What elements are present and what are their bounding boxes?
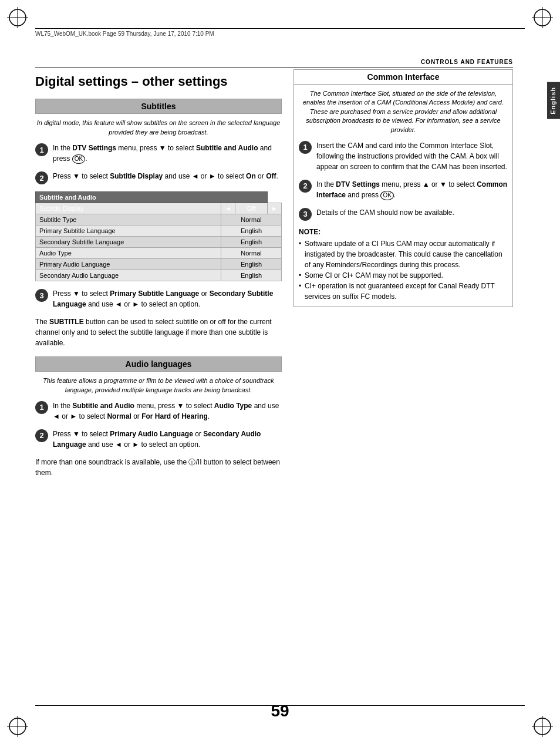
file-info-text: WL75_WebOM_UK.book Page 59 Thursday, Jun… [35,31,214,37]
audio-step-1: 1 In the Subtitle and Audio menu, press … [35,400,282,422]
audio-languages-note: This feature allows a programme or film … [35,376,282,395]
ci-step-2-num: 2 [299,180,312,193]
step-3-num: 3 [35,289,48,302]
ci-step-3: 3 Details of the CAM should now be avail… [299,207,508,221]
subtitle-audio-table: Subtitle and Audio Subtitle Display ◄ Of… [35,191,282,281]
audio-step-2-num: 2 [35,429,48,442]
table-row-secondary-sub-lang: Secondary Subtitle Language English [36,237,282,248]
subtitles-step-1: 1 In the DTV Settings menu, press ▼ to s… [35,143,282,164]
ci-body: The Common Interface Slot, situated on t… [294,85,512,307]
row-label: Primary Subtitle Language [36,225,221,237]
table-row-subtitle-display: Subtitle Display ◄ Off ► [36,203,282,214]
step-1-num: 1 [35,143,48,156]
row-value: English [221,259,282,270]
subtitles-section: Subtitles In digital mode, this feature … [35,99,282,348]
note-item-2: Some CI or CI+ CAM may not be supported. [299,270,508,281]
table-row-secondary-audio-lang: Secondary Audio Language English [36,270,282,281]
row-arrow-right: ► [268,203,282,214]
note-label: NOTE: [299,228,508,236]
language-tab-text: English [549,87,556,115]
controls-features-label: CONTROLS AND FEATURES [421,59,513,65]
note-list: Software update of a CI Plus CAM may occ… [299,238,508,302]
audio-step-1-text: In the Subtitle and Audio menu, press ▼ … [53,400,282,422]
row-value: Off [235,203,267,214]
audio-step-2-text: Press ▼ to select Primary Audio Language… [53,429,282,450]
page-container: WL75_WebOM_UK.book Page 59 Thursday, Jun… [0,0,560,744]
page-number: 59 [271,702,289,721]
row-value: Normal [221,248,282,259]
table-header-row: Subtitle and Audio [36,192,282,203]
ci-step-1-num: 1 [299,141,312,154]
left-column: Digital settings – other settings Subtit… [35,69,282,697]
subtitles-header: Subtitles [35,99,282,114]
ci-step-2-text: In the DTV Settings menu, press ▲ or ▼ t… [316,179,508,200]
row-value: English [221,225,282,237]
table-row-primary-audio-lang: Primary Audio Language English [36,259,282,270]
ci-step-3-num: 3 [299,208,312,221]
file-info-bar: WL75_WebOM_UK.book Page 59 Thursday, Jun… [35,28,525,37]
row-arrow-left: ◄ [221,203,235,214]
main-content: Digital settings – other settings Subtit… [35,69,513,697]
ci-step-2: 2 In the DTV Settings menu, press ▲ or ▼… [299,179,508,200]
corner-mark-tr [531,6,554,29]
page-title: Digital settings – other settings [35,74,282,89]
row-value: English [221,270,282,281]
table-title: Subtitle and Audio [36,192,268,203]
corner-mark-bl [6,715,29,738]
note-item-1: Software update of a CI Plus CAM may occ… [299,238,508,270]
step-2-text: Press ▼ to select Subtitle Display and u… [53,171,282,181]
row-label: Primary Audio Language [36,259,221,270]
common-interface-header: Common Interface [294,70,512,85]
subtitle-button-note: The SUBTITLE button can be used to selec… [35,317,282,348]
ci-note-section: NOTE: Software update of a CI Plus CAM m… [299,228,508,302]
subtitles-step-2: 2 Press ▼ to select Subtitle Display and… [35,171,282,184]
ci-step-1-text: Insert the CAM and card into the Common … [316,140,508,172]
table-row-audio-type: Audio Type Normal [36,248,282,259]
ci-step-3-text: Details of the CAM should now be availab… [316,207,508,218]
table-row-subtitle-type: Subtitle Type Normal [36,214,282,225]
audio-step-2: 2 Press ▼ to select Primary Audio Langua… [35,429,282,450]
note-item-3: CI+ operation is not guaranteed except f… [299,281,508,302]
row-label: Secondary Audio Language [36,270,221,281]
audio-step-1-num: 1 [35,401,48,414]
subtitles-step-3: 3 Press ▼ to select Primary Subtitle Lan… [35,288,282,309]
common-interface-box: Common Interface The Common Interface Sl… [294,69,513,307]
subtitles-note: In digital mode, this feature will show … [35,119,282,137]
audio-end-note: If more than one soundtrack is available… [35,457,282,478]
row-label: Secondary Subtitle Language [36,237,221,248]
right-column: Common Interface The Common Interface Sl… [294,69,513,697]
audio-languages-header: Audio languages [35,356,282,372]
audio-languages-section: Audio languages This feature allows a pr… [35,356,282,478]
ci-intro-text: The Common Interface Slot, situated on t… [299,89,508,134]
table-row-primary-sub-lang: Primary Subtitle Language English [36,225,282,237]
row-value: English [221,237,282,248]
step-3-text: Press ▼ to select Primary Subtitle Langu… [53,288,282,309]
row-label: Subtitle Type [36,214,221,225]
row-label: Subtitle Display [36,203,221,214]
ci-header-text: Common Interface [367,72,440,82]
corner-mark-tl [6,6,29,29]
step-2-num: 2 [35,171,48,184]
ci-step-1: 1 Insert the CAM and card into the Commo… [299,140,508,172]
row-label: Audio Type [36,248,221,259]
row-value: Normal [221,214,282,225]
language-tab: English [547,82,560,119]
section-header-label: CONTROLS AND FEATURES [35,59,513,68]
step-1-text: In the DTV Settings menu, press ▼ to sel… [53,143,282,164]
corner-mark-br [531,715,554,738]
